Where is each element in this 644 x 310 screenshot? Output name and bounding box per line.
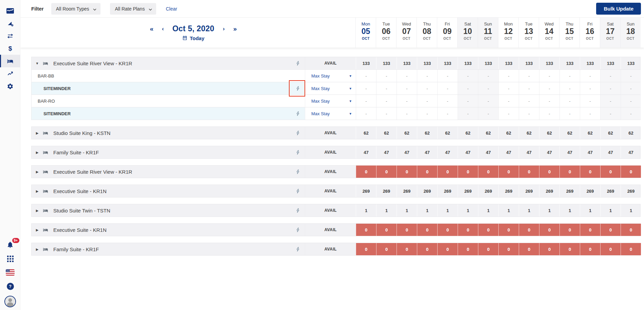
- restriction-cell[interactable]: -: [600, 107, 621, 120]
- restriction-cell[interactable]: -: [498, 107, 519, 120]
- restriction-cell[interactable]: -: [580, 82, 600, 94]
- restriction-cell[interactable]: -: [559, 107, 580, 120]
- room-type-row[interactable]: ▶Executive Suite River View - KR1RAVAIL0…: [31, 165, 641, 178]
- availability-cell[interactable]: 133: [539, 57, 559, 69]
- availability-cell[interactable]: 269: [397, 185, 417, 197]
- restriction-cell[interactable]: -: [621, 107, 641, 120]
- availability-cell[interactable]: 133: [580, 57, 600, 69]
- restriction-cell[interactable]: -: [356, 95, 376, 107]
- availability-cell[interactable]: 269: [458, 185, 478, 197]
- restriction-cell[interactable]: -: [376, 82, 397, 94]
- availability-cell[interactable]: 0: [458, 224, 478, 236]
- availability-cell[interactable]: 0: [417, 166, 437, 178]
- availability-cell[interactable]: 0: [478, 243, 498, 255]
- availability-cell[interactable]: 269: [519, 185, 539, 197]
- flash-icon[interactable]: [295, 86, 300, 91]
- expand-toggle-icon[interactable]: ▶: [35, 209, 39, 212]
- restriction-cell[interactable]: -: [600, 70, 621, 82]
- availability-cell[interactable]: 1: [397, 204, 417, 217]
- restriction-cell[interactable]: -: [539, 107, 559, 120]
- availability-cell[interactable]: 0: [356, 243, 376, 255]
- availability-cell[interactable]: 133: [417, 57, 437, 69]
- bulk-update-button[interactable]: Bulk Update: [596, 3, 641, 15]
- availability-cell[interactable]: 62: [621, 127, 641, 139]
- availability-cell[interactable]: 47: [559, 146, 580, 158]
- availability-cell[interactable]: 0: [417, 224, 437, 236]
- flash-icon[interactable]: [295, 150, 300, 155]
- restriction-cell[interactable]: -: [417, 107, 437, 120]
- availability-cell[interactable]: 1: [580, 204, 600, 217]
- notifications-button[interactable]: 9+: [6, 241, 14, 250]
- expand-toggle-icon[interactable]: ▶: [35, 228, 39, 232]
- restriction-cell[interactable]: -: [458, 95, 478, 107]
- restriction-cell[interactable]: -: [356, 107, 376, 120]
- availability-cell[interactable]: 0: [600, 166, 621, 178]
- availability-cell[interactable]: 47: [580, 146, 600, 158]
- restriction-cell[interactable]: -: [478, 107, 498, 120]
- restriction-cell[interactable]: -: [478, 82, 498, 94]
- restriction-cell[interactable]: -: [621, 95, 641, 107]
- availability-cell[interactable]: 0: [397, 243, 417, 255]
- restriction-cell[interactable]: -: [356, 82, 376, 94]
- restriction-cell[interactable]: -: [519, 107, 539, 120]
- availability-cell[interactable]: 133: [621, 57, 641, 69]
- availability-cell[interactable]: 0: [498, 243, 519, 255]
- flash-icon[interactable]: [295, 208, 300, 213]
- availability-cell[interactable]: 269: [478, 185, 498, 197]
- restriction-cell[interactable]: -: [458, 82, 478, 94]
- room-type-row[interactable]: ▶Executive Suite - KR1NAVAIL269269269269…: [31, 185, 641, 197]
- availability-cell[interactable]: 47: [600, 146, 621, 158]
- availability-cell[interactable]: 1: [600, 204, 621, 217]
- apps-grid-button[interactable]: [7, 256, 14, 263]
- rate-plan-row[interactable]: BAR-BBMax Stay▾--------------: [31, 70, 641, 82]
- availability-cell[interactable]: 47: [458, 146, 478, 158]
- availability-cell[interactable]: 0: [458, 243, 478, 255]
- restriction-cell[interactable]: -: [376, 107, 397, 120]
- restriction-cell[interactable]: -: [539, 70, 559, 82]
- restriction-cell[interactable]: -: [621, 70, 641, 82]
- expand-toggle-icon[interactable]: ▶: [35, 170, 39, 174]
- restriction-cell[interactable]: -: [437, 70, 458, 82]
- availability-cell[interactable]: 62: [498, 127, 519, 139]
- sidebar-item-inventory[interactable]: [0, 55, 20, 67]
- availability-cell[interactable]: 133: [437, 57, 458, 69]
- availability-cell[interactable]: 133: [356, 57, 376, 69]
- restriction-cell[interactable]: -: [539, 82, 559, 94]
- sidebar-item-dashboard[interactable]: [0, 4, 20, 17]
- restriction-cell[interactable]: -: [519, 70, 539, 82]
- flash-icon[interactable]: [295, 130, 300, 136]
- flash-icon[interactable]: [295, 111, 300, 117]
- availability-cell[interactable]: 0: [437, 243, 458, 255]
- expand-toggle-icon[interactable]: ▶: [35, 131, 39, 135]
- availability-cell[interactable]: 1: [458, 204, 478, 217]
- availability-cell[interactable]: 0: [397, 224, 417, 236]
- availability-cell[interactable]: 0: [559, 243, 580, 255]
- restriction-cell[interactable]: -: [376, 70, 397, 82]
- restriction-cell[interactable]: -: [580, 95, 600, 107]
- availability-cell[interactable]: 133: [519, 57, 539, 69]
- restriction-cell[interactable]: -: [559, 95, 580, 107]
- next-week-button[interactable]: »: [233, 25, 237, 32]
- availability-cell[interactable]: 47: [356, 146, 376, 158]
- availability-cell[interactable]: 0: [539, 224, 559, 236]
- next-day-button[interactable]: ›: [223, 26, 225, 32]
- flash-icon[interactable]: [295, 227, 300, 233]
- restriction-cell[interactable]: -: [580, 70, 600, 82]
- max-stay-dropdown[interactable]: Max Stay▾: [305, 95, 356, 107]
- restriction-cell[interactable]: -: [376, 95, 397, 107]
- availability-cell[interactable]: 0: [519, 243, 539, 255]
- room-type-row[interactable]: ▶Studio Suite King - KSTNAVAIL6262626262…: [31, 126, 641, 139]
- availability-cell[interactable]: 269: [417, 185, 437, 197]
- flash-icon[interactable]: [295, 61, 300, 66]
- sidebar-item-pricing[interactable]: $: [0, 42, 20, 55]
- rate-plans-dropdown[interactable]: All Rate Plans: [110, 3, 156, 15]
- restriction-cell[interactable]: -: [519, 82, 539, 94]
- availability-cell[interactable]: 1: [559, 204, 580, 217]
- availability-cell[interactable]: 269: [559, 185, 580, 197]
- restriction-cell[interactable]: -: [417, 82, 437, 94]
- restriction-cell[interactable]: -: [458, 70, 478, 82]
- availability-cell[interactable]: 62: [539, 127, 559, 139]
- availability-cell[interactable]: 1: [376, 204, 397, 217]
- availability-cell[interactable]: 47: [621, 146, 641, 158]
- restriction-cell[interactable]: -: [621, 82, 641, 94]
